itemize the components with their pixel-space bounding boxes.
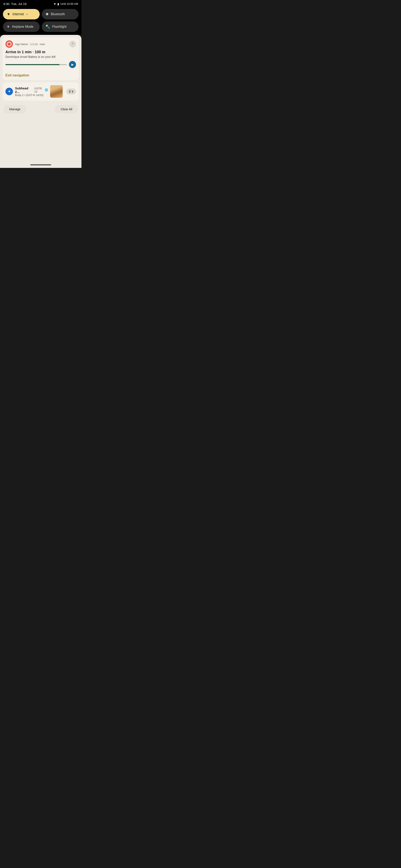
notif-count-text: 2 [69, 90, 70, 93]
notif-app-icon-inner [7, 42, 11, 46]
notif-play-button[interactable]: ▶ [69, 61, 76, 68]
notif-nav-header: App Name · 1.2 mi · now ^ [5, 40, 76, 48]
tile-airplane[interactable]: ✈ Airplane Mode [3, 22, 40, 32]
notif-expand-button[interactable]: ^ [69, 41, 76, 48]
notif-second-app-icon: ✦ [5, 88, 13, 95]
notifications-panel: App Name · 1.2 mi · now ^ Arrive in 1 mi… [0, 35, 82, 160]
bluetooth-tile-icon: ✱ [45, 12, 49, 17]
airplane-tile-icon: ✈ [7, 25, 10, 29]
home-bar[interactable] [30, 164, 51, 165]
tile-bluetooth-label: Bluetooth [51, 12, 65, 16]
manage-button[interactable]: Manage [3, 105, 26, 113]
chevron-down-icon: ∨ [71, 90, 73, 93]
tile-flashlight[interactable]: 🔦 Flashlight [42, 22, 79, 32]
tile-flashlight-label: Flashlight [52, 25, 66, 29]
notif-second-header: ✦ Subhead 2... · GSTR 12 🌐 Body 2 / (GST… [5, 85, 76, 98]
notif-second-badge: · GSTR 12 🌐 [33, 87, 48, 93]
notif-progress-container: ▶ [5, 61, 76, 68]
notif-second-title-text: Subhead 2... [15, 87, 32, 94]
notification-card-second: ✦ Subhead 2... · GSTR 12 🌐 Body 2 / (GST… [2, 82, 79, 101]
notification-card-nav: App Name · 1.2 mi · now ^ Arrive in 1 mi… [2, 37, 79, 80]
tile-internet[interactable]: ▼ Internet › [3, 9, 40, 20]
notif-second-title: Subhead 2... · GSTR 12 🌐 [15, 87, 48, 94]
notif-nav-title: Arrive in 1 min · 100 m [5, 50, 76, 54]
notif-badge-text: GSTR 12 [34, 87, 44, 93]
notif-nav-subtitle: Dominique Ansel Bakery is on your left [5, 55, 76, 59]
battery-icon: ▮ [57, 2, 59, 6]
clear-all-button[interactable]: Clear All [55, 105, 78, 113]
notif-second-content: ✦ Subhead 2... · GSTR 12 🌐 Body 2 / (GST… [2, 82, 79, 101]
notif-second-image-inner [50, 85, 63, 98]
chevron-right-icon: › [26, 12, 27, 16]
notification-bottom-actions: Manage Clear All [2, 103, 79, 116]
notif-exit-nav-button[interactable]: Exit navigation [2, 71, 79, 80]
notif-count-button[interactable]: 2 ∨ [66, 89, 76, 94]
tile-internet-label: Internet [12, 12, 24, 16]
wifi-tile-icon: ▼ [7, 12, 10, 17]
tile-bluetooth[interactable]: ✱ Bluetooth [42, 9, 79, 20]
notif-progress-fill [5, 64, 60, 65]
tile-airplane-label: Airplane Mode [12, 25, 33, 29]
status-bar: 9:30 Tue, Jul 19 ▼ ▮ Until 10:00 AM [0, 0, 82, 7]
notif-second-icon-symbol: ✦ [8, 89, 11, 94]
time: 9:30 [3, 2, 9, 6]
flashlight-tile-icon: 🔦 [45, 25, 50, 29]
notif-app-icon [5, 40, 13, 48]
notif-progress-bar [5, 64, 67, 65]
status-time-date: 9:30 Tue, Jul 19 [3, 2, 27, 6]
notif-second-body: Subhead 2... · GSTR 12 🌐 Body 2 / (GST-R… [15, 87, 48, 97]
notif-second-subtitle: Body 2 / (GST-R 14/20) [15, 94, 48, 97]
home-indicator-area [0, 160, 82, 168]
notif-badge-icon: 🌐 [45, 88, 48, 91]
notif-nav-meta: App Name · 1.2 mi · now [15, 42, 45, 46]
wifi-icon: ▼ [54, 2, 56, 6]
status-signal: Until 10:00 AM [60, 2, 78, 5]
notif-second-image [50, 85, 63, 98]
status-right: ▼ ▮ Until 10:00 AM [54, 2, 78, 6]
notif-nav-header-left: App Name · 1.2 mi · now [5, 40, 45, 48]
quick-tiles-panel: ▼ Internet › ✱ Bluetooth ✈ Airplane Mode… [0, 7, 82, 35]
date: Tue, Jul 19 [11, 2, 27, 6]
